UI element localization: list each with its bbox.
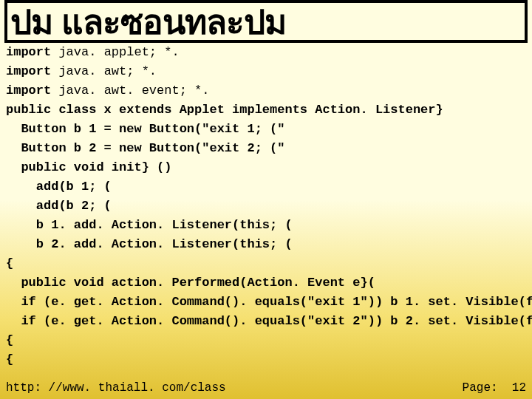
- code-segment: add(b 1; (: [6, 180, 112, 194]
- code-line: {: [6, 350, 526, 369]
- code-line: import java. awt. event; *.: [6, 81, 526, 100]
- code-segment: public class x extends Applet implements…: [6, 103, 443, 117]
- code-line: if (e. get. Action. Command(). equals("e…: [6, 293, 526, 312]
- code-segment: import: [6, 64, 58, 78]
- code-segment: java. awt; *.: [58, 64, 157, 78]
- code-line: import java. applet; *.: [6, 43, 526, 62]
- code-segment: import: [6, 83, 58, 98]
- code-segment: Button b 1 = new Button("exit 1; (": [6, 122, 284, 136]
- code-segment: {: [6, 333, 13, 347]
- code-line: Button b 1 = new Button("exit 1; (": [6, 120, 526, 139]
- code-segment: java. applet; *.: [58, 45, 179, 59]
- code-line: import java. awt; *.: [6, 62, 526, 81]
- code-segment: if: [6, 314, 44, 328]
- code-segment: {: [6, 352, 13, 366]
- code-segment: java. awt. event; *.: [58, 83, 209, 98]
- footer-url: http: //www. thaiall. com/class: [6, 381, 226, 395]
- code-line: public void action. Performed(Action. Ev…: [6, 273, 526, 293]
- code-segment: public void action. Performed(Action. Ev…: [6, 276, 375, 290]
- code-line: public void init} (): [6, 158, 526, 177]
- code-line: if (e. get. Action. Command(). equals("e…: [6, 312, 526, 331]
- footer-page: Page: 12: [463, 381, 526, 395]
- code-line: add(b 2; (: [6, 197, 526, 216]
- code-line: add(b 1; (: [6, 177, 526, 197]
- code-line: b 1. add. Action. Listener(this; (: [6, 216, 526, 235]
- footer: http: //www. thaiall. com/class Page: 12: [6, 380, 526, 396]
- code-segment: (e. get. Action. Command(). equals("exit…: [44, 295, 532, 309]
- code-segment: Button b 2 = new Button("exit 2; (": [6, 141, 284, 155]
- code-segment: (e. get. Action. Command(). equals("exit…: [44, 314, 532, 328]
- title-box: ปม และซอนทละปม: [4, 0, 528, 43]
- code-segment: if: [6, 295, 44, 309]
- code-line: b 2. add. Action. Listener(this; (: [6, 235, 526, 254]
- code-segment: {: [6, 256, 13, 270]
- slide-title: ปม และซอนทละปม: [10, 0, 286, 49]
- code-line: {: [6, 331, 526, 350]
- code-segment: public void init} (): [6, 160, 171, 174]
- code-segment: import: [6, 45, 58, 59]
- code-segment: add(b 2; (: [6, 199, 112, 213]
- code-segment: b 2. add. Action. Listener(this; (: [6, 237, 293, 251]
- code-line: Button b 2 = new Button("exit 2; (": [6, 139, 526, 158]
- code-segment: b 1. add. Action. Listener(this; (: [6, 218, 293, 232]
- code-line: {: [6, 254, 526, 273]
- code-line: public class x extends Applet implements…: [6, 100, 526, 120]
- code-block: import java. applet; *.import java. awt;…: [6, 43, 526, 369]
